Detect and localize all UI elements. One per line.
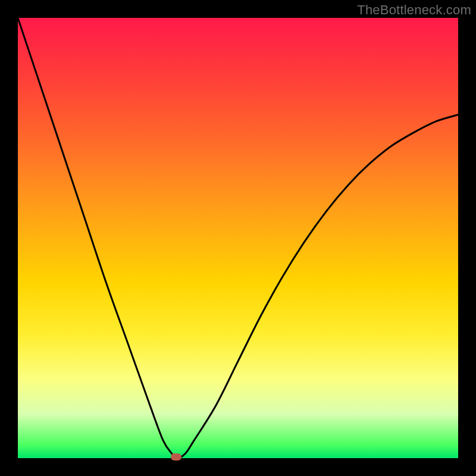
chart-frame: TheBottleneck.com — [0, 0, 476, 476]
plot-area — [18, 18, 458, 458]
min-marker — [171, 453, 181, 461]
bottleneck-curve — [18, 18, 458, 458]
watermark-text: TheBottleneck.com — [357, 2, 471, 18]
